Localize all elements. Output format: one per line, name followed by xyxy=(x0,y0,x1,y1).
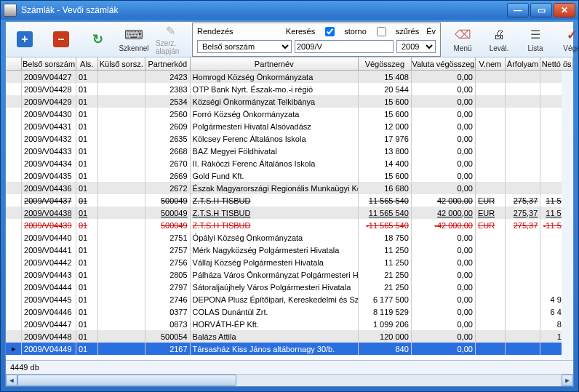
cell-partnerkod: 2635 xyxy=(145,132,191,145)
table-row[interactable]: 2009/V0443801500049Z.T.S.H TISBUD11 565 … xyxy=(6,207,573,219)
cell-belso: 2009/V04441 xyxy=(22,244,76,256)
row-marker xyxy=(6,120,22,132)
menu-button[interactable]: Menü xyxy=(448,24,477,55)
delete-button[interactable]: – xyxy=(47,24,76,55)
close-button[interactable]: ✕ xyxy=(554,3,575,17)
cell-belso: 2009/V04432 xyxy=(22,132,76,145)
table-row[interactable]: 2009/V0443701500049Z.T.S.H TISBUD11 565 … xyxy=(6,194,573,207)
table-row[interactable]: 2009/V04440012751Ópályi Község Önkormány… xyxy=(6,231,573,244)
table-row[interactable]: 2009/V04442012756Vállaj Község Polgármes… xyxy=(6,256,573,268)
lista-button[interactable]: Lista xyxy=(521,24,550,55)
table-row[interactable]: 2009/V04428012383OTP Bank Nyrt. Észak-mo… xyxy=(6,83,573,95)
vege-button[interactable]: Vége xyxy=(557,24,579,55)
table-row[interactable]: 2009/V04429012534Községi Önkormányzat Te… xyxy=(6,95,573,108)
table-row[interactable]: 2009/V04431012609Polgármesteri Hivatal A… xyxy=(6,120,573,132)
row-marker xyxy=(6,71,22,83)
hscroll-left[interactable]: ◄ xyxy=(6,375,17,386)
col-vnem[interactable]: V.nem xyxy=(476,57,506,70)
table-row[interactable]: 2009/V04436012672Észak Magyarországi Reg… xyxy=(6,182,573,194)
col-kulso[interactable]: Külső sorsz. xyxy=(98,57,145,70)
cell-partnerkod: 500054 xyxy=(145,330,191,343)
table-row[interactable]: 2009/V04434012670II. Rákóczi Ferenc Álta… xyxy=(6,157,573,169)
table-row[interactable]: 2009/V04447010873HORVÁTH-ÉP Kft.1 099 20… xyxy=(6,318,573,330)
cell-partnerkod: 2756 xyxy=(145,256,191,268)
rendezes-label: Rendezés xyxy=(197,27,233,36)
cell-als: 01 xyxy=(76,231,98,244)
col-valuta[interactable]: Valuta végösszeg xyxy=(412,57,476,70)
cell-kulso xyxy=(98,95,145,108)
storno-checkbox[interactable] xyxy=(325,27,335,36)
refresh-button[interactable] xyxy=(83,24,112,55)
table-row[interactable]: ▸2009/V04449012167Társasház Kiss János a… xyxy=(6,343,573,355)
cell-vnem xyxy=(476,182,506,194)
kereses-input[interactable] xyxy=(295,40,394,53)
szerz-label: Szerz. alapján xyxy=(156,39,185,55)
cell-arfolyam: 275,37 xyxy=(506,219,540,231)
col-belso[interactable]: Belső sorszám xyxy=(22,57,76,70)
cell-belso: 2009/V04431 xyxy=(22,120,76,132)
leval-button[interactable]: Levál. xyxy=(484,24,514,55)
cell-vegosszeg: 17 976 xyxy=(359,132,412,145)
hscroll-track[interactable] xyxy=(17,375,562,386)
col-vegosszeg[interactable]: Végösszeg xyxy=(359,57,412,70)
cell-belso: 2009/V04437 xyxy=(22,194,76,207)
cell-kulso xyxy=(98,169,145,182)
col-als[interactable]: Als. xyxy=(76,57,98,70)
table-row[interactable]: 2009/V04427012423Homrogd Község Önkormán… xyxy=(6,71,573,83)
cell-vegosszeg: 15 600 xyxy=(359,108,412,120)
table-row[interactable]: 2009/V0443901500049Z.T.S.H TISBUD-11 565… xyxy=(6,219,573,231)
cell-vegosszeg: 8 119 529 xyxy=(359,305,412,318)
add-button[interactable]: + xyxy=(10,24,39,55)
grid-body[interactable]: 2009/V04427012423Homrogd Község Önkormán… xyxy=(6,71,573,360)
cell-belso: 2009/V04440 xyxy=(22,231,76,244)
cell-valuta: 0,00 xyxy=(412,293,476,305)
cell-partnernev: Z.T.S.H TISBUD xyxy=(191,219,359,231)
vertical-scrollbar[interactable] xyxy=(562,71,573,360)
table-row[interactable]: 2009/V04432012635Kölcsey Ferenc Általáno… xyxy=(6,132,573,145)
table-row[interactable]: 2009/V0444801500054Balázs Attila120 0000… xyxy=(6,330,573,343)
cell-belso: 2009/V04449 xyxy=(22,343,76,355)
cell-arfolyam xyxy=(506,71,540,83)
hscroll-thumb[interactable] xyxy=(17,375,236,386)
horizontal-scrollbar[interactable]: ◄ ► xyxy=(6,374,573,386)
ev-select[interactable]: 2009 xyxy=(396,40,436,53)
hscroll-right[interactable]: ► xyxy=(562,375,573,386)
maximize-button[interactable]: ▭ xyxy=(530,3,552,17)
cell-als: 01 xyxy=(76,343,98,355)
table-row[interactable]: 2009/V04445012746DEPONA Plusz Építőipari… xyxy=(6,293,573,305)
col-partnerkod[interactable]: Partnerkód xyxy=(145,57,191,70)
row-marker xyxy=(6,244,22,256)
cell-vnem: EUR xyxy=(476,194,506,207)
cell-valuta: 0,00 xyxy=(412,182,476,194)
cell-partnernev: Kölcsey Ferenc Általános Iskola xyxy=(191,132,359,145)
cell-partnernev: Mérk Nagyközség Polgármesteri Hivatala xyxy=(191,244,359,256)
row-marker xyxy=(6,194,22,207)
cell-partnernev: OTP Bank Nyrt. Észak-mo.-i régió xyxy=(191,83,359,95)
table-row[interactable]: 2009/V04446010377COLAS Dunántúl Zrt.8 11… xyxy=(6,305,573,318)
storno-label: storno xyxy=(344,27,367,36)
table-row[interactable]: 2009/V04441012757Mérk Nagyközség Polgárm… xyxy=(6,244,573,256)
table-row[interactable]: 2009/V04443012805Pálháza Város Önkormány… xyxy=(6,268,573,281)
table-row[interactable]: 2009/V04430012560Forró Község Önkormányz… xyxy=(6,108,573,120)
cell-kulso xyxy=(98,194,145,207)
cell-arfolyam xyxy=(506,343,540,355)
col-marker[interactable] xyxy=(6,57,22,70)
cell-partnernev: Községi Önkormányzat Telkibánya xyxy=(191,95,359,108)
table-row[interactable]: 2009/V04444012797Sátoraljaújhely Város P… xyxy=(6,281,573,293)
scan-button[interactable]: Szkennel xyxy=(119,24,148,55)
cell-valuta: 0,00 xyxy=(412,83,476,95)
table-row[interactable]: 2009/V04435012669Gold Fund Kft.15 6000,0… xyxy=(6,169,573,182)
cell-vegosszeg: 11 565 540 xyxy=(359,207,412,219)
minimize-button[interactable]: — xyxy=(507,3,529,17)
cell-partnernev: Gold Fund Kft. xyxy=(191,169,359,182)
col-netto[interactable]: Nettó ös xyxy=(540,57,573,70)
table-row[interactable]: 2009/V04433012668BAZ Megyei Földhivatal1… xyxy=(6,145,573,157)
note-icon xyxy=(162,24,178,38)
col-arfolyam[interactable]: Árfolyam xyxy=(506,57,540,70)
szures-checkbox[interactable] xyxy=(377,27,386,36)
cell-partnerkod: 2672 xyxy=(145,182,191,194)
cell-arfolyam: 275,37 xyxy=(506,207,540,219)
col-partnernev[interactable]: Partnernév xyxy=(191,57,359,70)
cell-partnerkod: 0377 xyxy=(145,305,191,318)
rendezes-select[interactable]: Belső sorszám xyxy=(197,40,292,53)
